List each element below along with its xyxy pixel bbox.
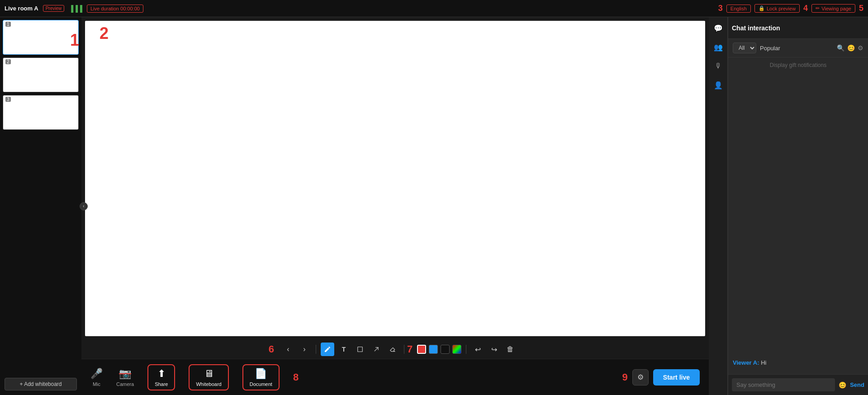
slide-canvas-1: [3, 20, 78, 54]
chat-message: Viewer A: Hi: [733, 359, 863, 366]
drawing-toolbar: 6 ‹ › T 7 ↩ ↪ 🗑: [81, 340, 709, 359]
right-section: 💬 👥 🎙 👤 Chat interaction All Popular 🔍 😊…: [709, 17, 868, 395]
filter-icons: 🔍 😊 ⚙: [837, 44, 863, 52]
chat-body: Display gift notifications Viewer A: Hi: [728, 57, 868, 374]
gift-notification: Display gift notifications: [770, 62, 826, 68]
right-panel: Chat interaction All Popular 🔍 😊 ⚙ Displ…: [728, 17, 868, 395]
svg-line-1: [375, 347, 378, 351]
slide-thumb-2[interactable]: 2: [3, 57, 79, 92]
chat-tab-title: Chat interaction: [732, 24, 864, 32]
users-side-icon[interactable]: 👥: [711, 40, 726, 54]
top-bar: Live room A Preview ▐▐▐ Live duration 00…: [0, 0, 868, 17]
text-tool-button[interactable]: T: [337, 343, 351, 356]
send-button[interactable]: Send: [850, 381, 864, 388]
mic-side-icon[interactable]: 🎙: [711, 59, 726, 73]
delete-button[interactable]: 🗑: [503, 343, 517, 356]
top-bar-right: 3 English 🔒 Lock preview 4 ✏ Viewing pag…: [718, 4, 863, 13]
label-3: 3: [718, 4, 723, 13]
viewing-page-button[interactable]: ✏ Viewing page: [811, 4, 855, 13]
language-button[interactable]: English: [726, 5, 751, 13]
shape-tool-button[interactable]: [353, 343, 367, 356]
message-text: Hi: [761, 359, 766, 366]
share-icon: ⬆: [157, 368, 166, 380]
document-tool-button[interactable]: 📄 Document: [242, 364, 280, 390]
right-panel-header: Chat interaction: [728, 17, 868, 39]
mic-icon: 🎤: [90, 368, 103, 380]
add-whiteboard-button[interactable]: + Add whiteboard: [5, 378, 77, 390]
canvas-section: 2 ‹ 6 ‹ › T 7: [81, 17, 709, 395]
chat-input[interactable]: [732, 378, 835, 391]
eraser-tool-button[interactable]: [386, 343, 399, 356]
left-panel: 1 2 3 + Add whiteboard 1: [0, 17, 81, 395]
whiteboard-canvas[interactable]: [85, 21, 705, 336]
mic-tool-button[interactable]: 🎤 Mic: [90, 368, 103, 387]
next-slide-button[interactable]: ›: [298, 343, 311, 356]
emoji-icon[interactable]: 😊: [847, 44, 855, 52]
filter-bar: All Popular 🔍 😊 ⚙: [728, 39, 868, 57]
popular-label: Popular: [760, 45, 780, 52]
settings-icon[interactable]: ⚙: [858, 44, 863, 52]
chat-input-area: 😊 Send: [728, 374, 868, 395]
prev-slide-button[interactable]: ‹: [281, 343, 295, 356]
toolbar-separator-2: [404, 345, 404, 354]
whiteboard-tool-button[interactable]: 🖥 Whiteboard: [189, 364, 228, 390]
document-icon: 📄: [255, 368, 267, 380]
label-6: 6: [269, 343, 274, 355]
slide-number-2: 2: [5, 59, 11, 64]
camera-tool-button[interactable]: 📷 Camera: [116, 368, 134, 387]
chat-input-icons: 😊: [839, 381, 846, 389]
slide-number-1: 1: [5, 22, 11, 27]
color-gradient-swatch[interactable]: [452, 345, 461, 354]
edit-icon: ✏: [816, 5, 820, 11]
message-sender: Viewer A:: [733, 359, 759, 366]
slide-thumb-1[interactable]: 1: [3, 20, 79, 55]
room-title: Live room A: [5, 5, 38, 12]
live-duration: Live duration 00:00:00: [87, 5, 143, 13]
color-black-swatch[interactable]: [441, 345, 450, 354]
slide-thumb-3[interactable]: 3: [3, 95, 79, 130]
label-7: 7: [407, 343, 413, 355]
slide-canvas-3: [3, 95, 78, 129]
preview-badge[interactable]: Preview: [43, 5, 65, 12]
undo-button[interactable]: ↩: [471, 343, 484, 356]
toolbar-separator-3: [466, 345, 466, 354]
settings-button[interactable]: ⚙: [632, 369, 649, 385]
lock-preview-button[interactable]: 🔒 Lock preview: [754, 4, 800, 13]
search-icon[interactable]: 🔍: [837, 44, 844, 52]
color-blue-swatch[interactable]: [429, 345, 438, 354]
bottom-right-group: 9 ⚙ Start live: [622, 369, 700, 385]
signal-icon: ▐▐▐: [69, 5, 82, 12]
share-tool-button[interactable]: ⬆ Share: [147, 364, 175, 390]
filter-dropdown[interactable]: All: [733, 43, 756, 53]
svg-rect-0: [358, 347, 363, 352]
label-1: 1: [70, 31, 79, 50]
label-4: 4: [803, 4, 808, 13]
label-8: 8: [293, 371, 299, 383]
redo-button[interactable]: ↪: [487, 343, 501, 356]
label-9: 9: [622, 371, 628, 383]
lock-icon: 🔒: [759, 5, 765, 11]
collapse-arrow[interactable]: ‹: [80, 202, 88, 210]
pen-tool-button[interactable]: [321, 343, 334, 356]
emoji-input-icon[interactable]: 😊: [839, 381, 846, 389]
side-icons: 💬 👥 🎙 👤: [709, 17, 728, 395]
chat-side-icon[interactable]: 💬: [711, 21, 726, 35]
slide-canvas-2: [3, 58, 78, 92]
color-red-swatch[interactable]: [417, 345, 426, 354]
camera-icon: 📷: [119, 368, 131, 380]
toolbar-separator-1: [316, 345, 316, 354]
main-content: 1 2 3 + Add whiteboard 1 2 ‹ 6 ‹ › T: [0, 17, 868, 395]
bottom-bar: 🎤 Mic 📷 Camera ⬆ Share 🖥 Whiteboard 📄 Do…: [81, 359, 709, 395]
group-side-icon[interactable]: 👤: [711, 78, 726, 92]
start-live-button[interactable]: Start live: [653, 369, 700, 385]
slide-number-3: 3: [5, 97, 11, 102]
label-5: 5: [859, 4, 863, 13]
whiteboard-icon: 🖥: [204, 368, 214, 380]
arrow-tool-button[interactable]: [370, 343, 383, 356]
